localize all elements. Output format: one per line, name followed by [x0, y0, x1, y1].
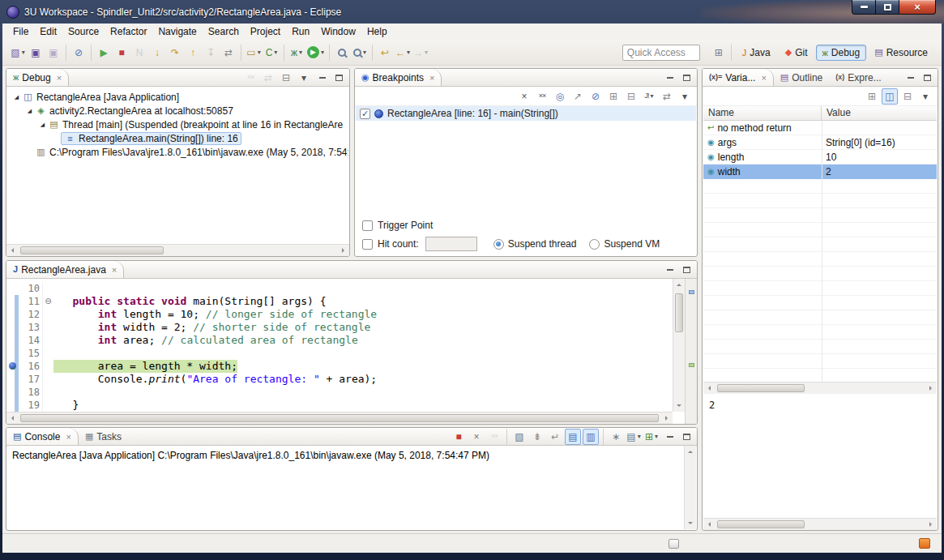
column-header-name[interactable]: Name [703, 106, 822, 120]
debug-tree-item[interactable]: ▥C:\Program Files\Java\jre1.8.0_161\bin\… [7, 145, 348, 159]
group-by-button[interactable]: J!▾ [641, 88, 657, 105]
column-header-value[interactable]: Value [822, 106, 937, 120]
maximize-view-icon[interactable] [679, 430, 694, 443]
scroll-lock-button[interactable]: ⇟ [529, 429, 545, 445]
remove-all-launches-button[interactable]: ×× [486, 429, 502, 445]
dropdown-arrow-icon[interactable]: ▾ [258, 49, 261, 56]
tree-expander-icon[interactable]: ◢ [37, 122, 48, 128]
scroll-down-arrow-icon[interactable] [685, 517, 697, 529]
editor-marker-column[interactable] [7, 373, 21, 386]
tab-tasks[interactable]: ▦ Tasks [79, 428, 128, 445]
terminate-button[interactable]: ■ [451, 429, 467, 445]
new-wizard-button[interactable]: ▧▾ [10, 45, 26, 61]
trigger-point-checkbox[interactable] [362, 220, 373, 231]
dropdown-arrow-icon[interactable]: ▾ [651, 92, 654, 100]
debug-tree-item[interactable]: ◢▤Thread [main] (Suspended (breakpoint a… [7, 118, 348, 131]
show-logical-structures-button[interactable]: ◫ [882, 88, 898, 105]
run-launch-button[interactable]: ▶▾ [306, 45, 325, 61]
variable-row[interactable]: ◉argsString[0] (id=16) [703, 135, 937, 150]
step-filters-toggle-button[interactable]: ⇄ [260, 70, 276, 86]
clear-console-button[interactable]: ▧ [511, 429, 528, 445]
dropdown-arrow-icon[interactable]: ▾ [321, 49, 324, 56]
scroll-down-arrow-icon[interactable] [673, 400, 686, 412]
editor-marker-column[interactable] [7, 282, 21, 295]
ruler-mark-green[interactable] [689, 363, 694, 367]
titlebar[interactable]: 3U Workspace - Spindler_Unit2/src/activi… [0, 0, 944, 24]
console-vertical-scrollbar[interactable] [684, 446, 696, 529]
scrollbar-thumb[interactable] [20, 414, 659, 422]
minimize-view-icon[interactable] [662, 430, 677, 443]
disconnect-button[interactable]: N [131, 45, 147, 61]
resource-perspective-button[interactable]: ▤Resource [868, 45, 934, 61]
close-tab-icon[interactable] [761, 73, 766, 83]
maximize-view-icon[interactable] [679, 71, 694, 84]
scroll-left-arrow-icon[interactable] [703, 519, 715, 531]
tab-debug[interactable]: ж Debug [6, 69, 69, 86]
show-stderr-button[interactable]: ▥ [583, 429, 599, 445]
menu-run[interactable]: Run [286, 24, 315, 39]
tab-console[interactable]: ▤ Console [6, 428, 79, 445]
close-tab-icon[interactable] [429, 73, 434, 83]
menu-window[interactable]: Window [315, 24, 361, 39]
quick-access-input[interactable] [622, 45, 700, 61]
maximize-view-icon[interactable] [679, 263, 694, 276]
remove-launch-button[interactable]: × [468, 429, 485, 445]
maximize-window-button[interactable] [876, 0, 899, 15]
debug-horizontal-scrollbar[interactable] [6, 244, 349, 256]
tree-expander-icon[interactable]: ◢ [11, 94, 22, 100]
editor-marker-column[interactable] [7, 347, 21, 360]
dropdown-arrow-icon[interactable]: ▾ [638, 433, 641, 440]
show-stdout-button[interactable]: ▤ [565, 429, 581, 445]
scrollbar-thumb[interactable] [20, 246, 164, 254]
fold-collapse-icon[interactable]: ⊖ [42, 295, 53, 308]
debug-tree-item[interactable]: ◢◫RectangleArea [Java Application] [7, 90, 348, 104]
editor-marker-column[interactable]: → [7, 360, 21, 373]
editor-horizontal-scrollbar[interactable] [6, 412, 673, 424]
drop-to-frame-button[interactable]: ↧ [203, 45, 219, 61]
minimize-view-icon[interactable] [662, 263, 677, 276]
scroll-up-arrow-icon[interactable] [673, 279, 686, 291]
maximize-view-icon[interactable] [331, 71, 347, 84]
dropdown-arrow-icon[interactable]: ▾ [655, 433, 658, 440]
remove-breakpoint-button[interactable]: × [516, 88, 532, 105]
tab-expressions[interactable]: (x) Expre... [829, 69, 887, 86]
hit-count-checkbox[interactable] [362, 239, 373, 250]
scroll-up-arrow-icon[interactable] [685, 446, 697, 458]
skip-all-breakpoints-button[interactable]: ⊘ [70, 45, 87, 61]
debug-tree-item[interactable]: ≡RectangleArea.main(String[]) line: 16 [7, 131, 348, 145]
editor-vertical-scrollbar[interactable] [673, 279, 685, 412]
scrollbar-thumb[interactable] [675, 293, 683, 332]
code-line[interactable]: 12 int length = 10; // longer side of re… [7, 308, 673, 321]
menu-refactor[interactable]: Refactor [105, 24, 152, 39]
suspend-thread-option[interactable]: Suspend thread [493, 238, 577, 250]
suspend-thread-radio[interactable] [493, 239, 504, 250]
variable-row[interactable]: ◉width2 [703, 165, 937, 179]
code-line[interactable]: 11⊖ public static void main(String[] arg… [7, 295, 673, 308]
step-over-button[interactable]: ↷ [167, 45, 183, 61]
step-return-button[interactable]: ↑ [185, 45, 201, 61]
go-to-file-button[interactable]: ↗ [570, 88, 586, 105]
minimize-window-button[interactable] [852, 0, 876, 15]
collapse-all-button[interactable]: ⊟ [278, 70, 294, 86]
close-tab-icon[interactable] [112, 265, 117, 275]
code-line[interactable]: 17 Console.print("Area of rectangle: " +… [7, 373, 673, 386]
status-box-icon[interactable] [668, 539, 679, 549]
expand-all-button[interactable]: ⊞ [605, 88, 622, 105]
minimize-view-icon[interactable] [314, 71, 330, 84]
menu-help[interactable]: Help [361, 24, 393, 39]
overview-ruler[interactable] [685, 279, 697, 424]
close-window-button[interactable] [899, 0, 936, 15]
dropdown-arrow-icon[interactable]: ▾ [407, 49, 410, 56]
git-perspective-button[interactable]: ◆Git [779, 45, 814, 61]
search-button[interactable]: ▾ [352, 45, 368, 61]
editor-marker-column[interactable] [7, 386, 21, 399]
step-into-button[interactable]: ↓ [149, 45, 165, 61]
minimize-view-icon[interactable] [662, 71, 677, 84]
console-output[interactable]: RectangleArea [Java Application] C:\Prog… [7, 446, 684, 529]
show-supported-breakpoints-button[interactable]: ◎ [552, 88, 568, 105]
view-menu-button[interactable]: ▾ [296, 70, 312, 86]
scrollbar-thumb[interactable] [717, 520, 805, 528]
menu-navigate[interactable]: Navigate [152, 24, 202, 39]
variable-row[interactable]: ◉length10 [703, 150, 937, 165]
code-line[interactable]: 10 [7, 282, 673, 295]
